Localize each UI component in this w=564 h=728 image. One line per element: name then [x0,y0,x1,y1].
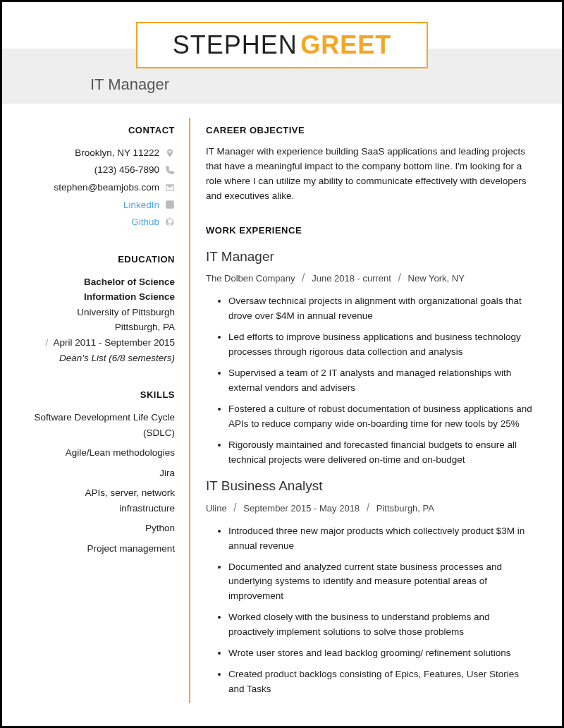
location-icon [165,148,175,158]
job-bullet: Led efforts to improve business applicat… [228,330,534,360]
contact-github[interactable]: Github [131,214,159,230]
job-bullet: Fostered a culture of robust documentati… [228,402,534,432]
job-location: Pittsburgh, PA [376,503,434,514]
contact-github-row[interactable]: Github [30,214,175,230]
contact-email: stephen@beamjobs.com [54,180,159,195]
job-bullet: Rigorously maintained and forecasted fin… [228,438,534,468]
skill-item: Agile/Lean methodologies [30,445,175,461]
skill-item: Project management [30,541,175,557]
first-name: STEPHEN [173,30,298,59]
github-icon [165,217,175,227]
skills-list: Software Development Life Cycle (SDLC) A… [30,410,175,557]
job-bullet: Wrote user stores and lead backlog groom… [228,646,534,661]
contact-email-row: stephen@beamjobs.com [30,180,175,195]
education-heading: EDUCATION [30,253,175,267]
job-dates: September 2015 - May 2018 [243,503,360,514]
skills-heading: SKILLS [30,388,175,403]
job-entry: IT Manager The Dolben Company / June 201… [206,246,534,467]
job-bullets: Introduced three new major products whic… [206,524,534,697]
education-dates-row: / April 2011 - September 2015 [30,335,175,351]
left-column: CONTACT Brooklyn, NY 11222 (123) 456-789… [30,118,189,703]
objective-heading: CAREER OBJECTIVE [206,123,534,138]
email-icon [165,183,175,193]
contact-heading: CONTACT [30,123,175,138]
education-location: Pittsburgh, PA [30,320,175,335]
job-entry: IT Business Analyst Uline / September 20… [206,475,534,696]
skill-item: Software Development Life Cycle (SDLC) [30,410,175,440]
education-major: Information Science [30,289,175,305]
education-school: University of Pittsburgh [30,305,175,320]
job-meta: The Dolben Company / June 2018 - current… [206,269,534,287]
job-bullet: Documented and analyzed current state bu… [228,560,534,605]
page-title: IT Manager [90,75,169,93]
job-bullet: Introduced three new major products whic… [228,524,534,554]
job-dates: June 2018 - current [312,273,391,284]
contact-linkedin-row[interactable]: LinkedIn [30,198,175,213]
job-bullet: Worked closely with the business to unde… [228,610,534,640]
main-columns: CONTACT Brooklyn, NY 11222 (123) 456-789… [2,104,562,703]
education-honors: Dean's List (6/8 semesters) [30,351,175,366]
job-location: New York, NY [408,273,465,284]
svg-rect-0 [166,201,174,210]
contact-address-row: Brooklyn, NY 11222 [30,145,175,161]
skill-item: Jira [30,466,175,481]
job-bullet: Supervised a team of 2 IT analysts and m… [228,366,534,396]
contact-phone: (123) 456-7890 [94,162,159,178]
job-title: IT Manager [206,246,534,267]
job-company: Uline [206,503,227,514]
experience-heading: WORK EXPERIENCE [206,224,534,238]
job-bullet: Oversaw technical projects in alignment … [228,294,534,324]
skill-item: APIs, server, network infrastructure [30,485,175,516]
education-degree: Bachelor of Science [30,274,175,290]
job-title: IT Business Analyst [206,475,534,496]
job-bullet: Created product backlogs consisting of E… [228,667,534,697]
last-name: GREET [300,30,391,59]
job-meta: Uline / September 2015 - May 2018 / Pitt… [206,499,534,517]
education-dates: April 2011 - September 2015 [53,337,175,348]
contact-phone-row: (123) 456-7890 [30,162,175,178]
phone-icon [165,165,175,175]
contact-linkedin[interactable]: LinkedIn [123,198,159,213]
skill-item: Python [30,521,175,536]
objective-text: IT Manager with experience building SaaS… [206,145,534,204]
contact-address: Brooklyn, NY 11222 [75,145,159,161]
name-box: STEPHEN GREET [136,22,429,68]
linkedin-icon [165,200,175,210]
right-column: CAREER OBJECTIVE IT Manager with experie… [190,118,534,703]
job-company: The Dolben Company [206,273,295,284]
job-bullets: Oversaw technical projects in alignment … [206,294,534,467]
